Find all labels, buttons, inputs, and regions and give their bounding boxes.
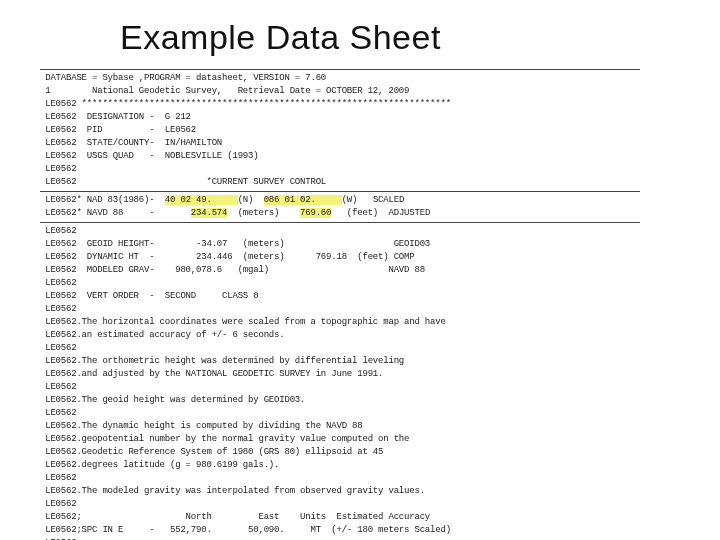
blank: LE0562 [40, 408, 76, 418]
datasheet-container: DATABASE = Sybase ,PROGRAM = datasheet, … [40, 67, 680, 540]
note-dyn-1: LE0562.The dynamic height is computed by… [40, 421, 362, 431]
rule-mid2 [40, 222, 640, 223]
blank: LE0562 [40, 382, 76, 392]
nad83-line: LE0562* NAD 83(1986)- 40 02 49. (N) 086 … [40, 195, 404, 205]
db-line: DATABASE = Sybase ,PROGRAM = datasheet, … [40, 73, 326, 83]
lon-value: 086 01 02. [264, 195, 342, 205]
geoid-height: LE0562 GEOID HEIGHT- -34.07 (meters) GEO… [40, 239, 430, 249]
lat-value: 40 02 49. [165, 195, 238, 205]
blank: LE0562 [40, 226, 76, 236]
note-horiz-1: LE0562.The horizontal coordinates were s… [40, 317, 446, 327]
usgs-quad: LE0562 USGS QUAD - NOBLESVILLE (1993) [40, 151, 258, 161]
star-row: LE0562 *********************************… [40, 99, 451, 109]
spc-row: LE0562;SPC IN E - 552,790. 50,090. MT (+… [40, 525, 451, 535]
survey-header: LE0562 *CURRENT SURVEY CONTROL [40, 177, 326, 187]
blank: LE0562 [40, 304, 76, 314]
note-ortho-1: LE0562.The orthometric height was determ… [40, 356, 404, 366]
rule-mid [40, 191, 640, 192]
designation: LE0562 DESIGNATION - G 212 [40, 112, 191, 122]
note-geoid: LE0562.The geoid height was determined b… [40, 395, 305, 405]
org-line: 1 National Geodetic Survey, Retrieval Da… [40, 86, 409, 96]
pid-line: LE0562 PID - LE0562 [40, 125, 196, 135]
modeled-grav: LE0562 MODELED GRAV- 980,078.6 (mgal) NA… [40, 265, 425, 275]
note-dyn-3: LE0562.Geodetic Reference System of 1980… [40, 447, 383, 457]
dynamic-height: LE0562 DYNAMIC HT - 234.446 (meters) 769… [40, 252, 414, 262]
blank: LE0562 [40, 499, 76, 509]
rule-top [40, 69, 640, 70]
datasheet-coords: LE0562* NAD 83(1986)- 40 02 49. (N) 086 … [40, 194, 680, 220]
navd88-line: LE0562* NAVD 88 - 234.574 (meters) 769.6… [40, 208, 430, 218]
datasheet-text: DATABASE = Sybase ,PROGRAM = datasheet, … [40, 72, 680, 189]
note-ortho-2: LE0562.and adjusted by the NATIONAL GEOD… [40, 369, 383, 379]
vert-order: LE0562 VERT ORDER - SECOND CLASS 0 [40, 291, 258, 301]
page-title: Example Data Sheet [0, 0, 720, 67]
note-grav: LE0562.The modeled gravity was interpola… [40, 486, 425, 496]
blank: LE0562 [40, 278, 76, 288]
note-dyn-2: LE0562.geopotential number by the normal… [40, 434, 409, 444]
elev-ft: 769.60 [300, 208, 331, 218]
state-county: LE0562 STATE/COUNTY- IN/HAMILTON [40, 138, 222, 148]
spc-header: LE0562; North East Units Estimated Accur… [40, 512, 430, 522]
elev-m: 234.574 [191, 208, 227, 218]
blank: LE0562 [40, 343, 76, 353]
note-horiz-2: LE0562.an estimated accuracy of +/- 6 se… [40, 330, 284, 340]
datasheet-body: LE0562 LE0562 GEOID HEIGHT- -34.07 (mete… [40, 225, 680, 540]
blank: LE0562 [40, 473, 76, 483]
note-dyn-4: LE0562.degrees latitude (g = 980.6199 ga… [40, 460, 279, 470]
blank: LE0562 [40, 164, 76, 174]
